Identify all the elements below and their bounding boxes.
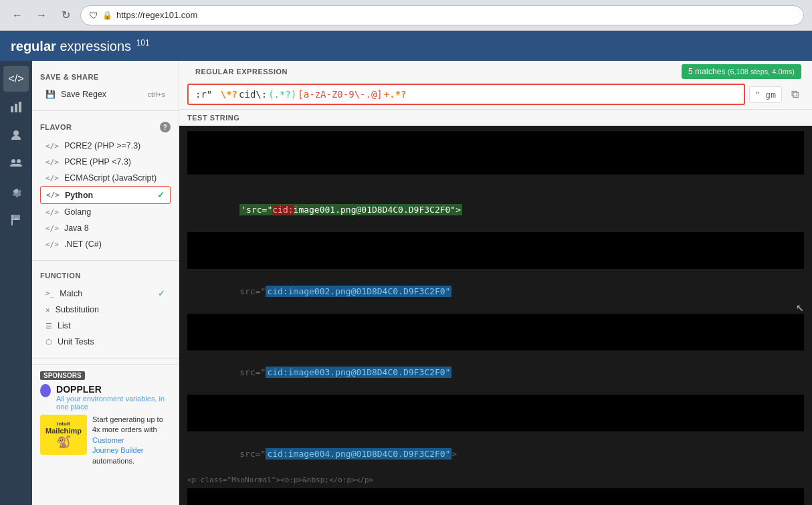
check-icon: ✓ xyxy=(157,190,165,200)
test-section: TEST STRING 'src="cid:image001.png@01D8D… xyxy=(179,110,812,505)
test-black-block-2 xyxy=(187,232,804,269)
substitution-icon: ✕ xyxy=(45,306,50,314)
test-line-1: 'src="cid:image001.png@01D8D4C0.D9F3C2F0… xyxy=(187,177,804,229)
test-black-block-5 xyxy=(187,488,804,505)
match-check-icon: ✓ xyxy=(158,288,165,298)
test-line-4: src="cid:image004.png@01D8D4C0.D9F3C2F0"… xyxy=(187,434,804,474)
test-line-2: src="cid:image002.png@01D8D4C0.D9F3C2F0" xyxy=(187,272,804,311)
match-highlight-1: 'src="cid:image001.png@01D8D4C0.D9F3C2F0… xyxy=(239,204,462,215)
flavor-help-icon[interactable]: ? xyxy=(160,122,171,132)
regex-part1: \*? xyxy=(221,89,237,100)
app-title: regular expressions 101 xyxy=(11,38,150,54)
code-nav-icon[interactable]: </> xyxy=(3,66,29,92)
shield-icon: 🛡 xyxy=(89,10,98,21)
flag-nav-icon[interactable] xyxy=(3,207,29,232)
main-layout: </> SAVE & SHARE 💾 Save Regex ctrl+ xyxy=(0,61,812,505)
code-tag-icon: </> xyxy=(45,142,59,150)
right-panel: REGULAR EXPRESSION 5 matches (6,108 step… xyxy=(179,61,812,505)
regex-section-title: REGULAR EXPRESSION xyxy=(187,64,296,80)
regex-part5: +.*? xyxy=(384,89,407,100)
doppler-sponsor[interactable]: DOPPLER All your environment variables, … xyxy=(40,384,171,411)
svg-rect-2 xyxy=(19,102,21,112)
save-share-title: SAVE & SHARE xyxy=(40,73,171,81)
save-icon: 💾 xyxy=(45,90,56,99)
flavor-section: FLAVOR ? </> PCRE2 (PHP >=7.3) </> PCRE … xyxy=(32,116,179,255)
function-substitution[interactable]: ✕ Substitution xyxy=(40,302,171,318)
left-panel: SAVE & SHARE 💾 Save Regex ctrl+s FLAVOR … xyxy=(32,61,179,505)
function-section: FUNCTION >_ Match ✓ ✕ Substitution ☰ Lis… xyxy=(32,266,179,352)
sponsors-section: SPONSORS DOPPLER All your environment va… xyxy=(32,364,179,472)
function-title: FUNCTION xyxy=(40,272,171,280)
function-unit-tests[interactable]: ⬡ Unit Tests xyxy=(40,334,171,350)
match-highlight-3: cid:image003.png@01D8D4C0.D9F3C2F0" xyxy=(266,367,451,378)
copy-regex-button[interactable]: ⧉ xyxy=(786,86,804,103)
save-regex-item[interactable]: 💾 Save Regex ctrl+s xyxy=(40,86,171,102)
cursor-overlay: ↖ xyxy=(796,296,804,316)
reload-button[interactable]: ↻ xyxy=(56,6,75,25)
match-highlight-4: cid:image004.png@01D8D4C0.D9F3C2F0" xyxy=(266,448,451,460)
code-tag-icon: </> xyxy=(45,224,59,233)
svg-point-4 xyxy=(11,159,15,163)
svg-point-3 xyxy=(13,130,19,136)
lock-icon: 🔒 xyxy=(102,11,112,20)
test-black-block-4 xyxy=(187,395,804,431)
doppler-icon xyxy=(40,384,51,397)
flavor-golang[interactable]: </> Golang xyxy=(40,204,171,220)
svg-rect-1 xyxy=(15,104,17,112)
test-section-title: TEST STRING xyxy=(179,110,812,126)
mailchimp-cta-journey: Journey Builder xyxy=(92,446,143,454)
mailchimp-sponsor[interactable]: intuit Mailchimp 🐒 Start generating up t… xyxy=(40,415,171,466)
svg-rect-0 xyxy=(11,106,13,112)
save-share-section: SAVE & SHARE 💾 Save Regex ctrl+s xyxy=(32,68,179,105)
regex-input-bar: :r" \*? cid\: (.*?) [a-zA-Z0-9\-.@] +.*?… xyxy=(179,80,812,109)
forward-button[interactable]: → xyxy=(32,6,51,25)
doppler-tagline: All your environment variables, in one p… xyxy=(56,395,171,411)
browser-chrome: ← → ↻ 🛡 🔒 https://regex101.com xyxy=(0,0,812,31)
user-nav-icon[interactable] xyxy=(3,122,29,148)
regex-part2: cid\: xyxy=(239,89,267,100)
flavor-pcre2[interactable]: </> PCRE2 (PHP >=7.3) xyxy=(40,138,171,154)
community-nav-icon[interactable] xyxy=(3,150,29,176)
regex-part4: [a-zA-Z0-9\-.@] xyxy=(298,89,382,100)
flavor-pcre[interactable]: </> PCRE (PHP <7.3) xyxy=(40,154,171,170)
flavor-java8[interactable]: </> Java 8 xyxy=(40,220,171,236)
chart-nav-icon[interactable] xyxy=(3,94,29,120)
matches-badge: 5 matches (6,108 steps, 4.0ms) xyxy=(682,64,801,79)
mailchimp-logo: intuit Mailchimp 🐒 xyxy=(40,415,87,455)
regex-expression-box[interactable]: :r" \*? cid\: (.*?) [a-zA-Z0-9\-.@] +.*? xyxy=(187,84,745,105)
code-tag-icon: </> xyxy=(45,158,59,167)
flavor-title: FLAVOR ? xyxy=(40,122,171,132)
back-button[interactable]: ← xyxy=(8,6,27,25)
regex-section: REGULAR EXPRESSION 5 matches (6,108 step… xyxy=(179,61,812,110)
app-header: regular expressions 101 xyxy=(0,31,812,61)
code-tag-icon: </> xyxy=(46,191,60,199)
match-icon: >_ xyxy=(45,289,54,298)
flavor-python[interactable]: </> Python ✓ xyxy=(40,186,171,204)
list-icon: ☰ xyxy=(45,322,52,330)
test-content-area[interactable]: 'src="cid:image001.png@01D8D4C0.D9F3C2F0… xyxy=(179,126,812,505)
flavor-dotnet[interactable]: </> .NET (C#) xyxy=(40,236,171,252)
address-bar[interactable]: 🛡 🔒 https://regex101.com xyxy=(80,5,804,25)
svg-point-5 xyxy=(17,159,21,163)
icon-sidebar: </> xyxy=(0,61,32,505)
settings-nav-icon[interactable] xyxy=(3,179,29,204)
mailchimp-cta-customer: Customer xyxy=(92,436,124,444)
regex-start-delim: :r" xyxy=(195,89,212,100)
code-tag-icon: </> xyxy=(45,208,59,217)
doppler-name: DOPPLER xyxy=(56,384,171,395)
unit-tests-icon: ⬡ xyxy=(45,338,52,346)
function-list[interactable]: ☰ List xyxy=(40,318,171,334)
function-match[interactable]: >_ Match ✓ xyxy=(40,285,171,302)
regex-part3: (.*?) xyxy=(268,89,296,100)
code-tag-icon: </> xyxy=(45,174,59,183)
truncated-line: <p class="MsoNormal"><o:p>&nbsp;</o:p></… xyxy=(187,475,804,486)
mailchimp-text: Start generating up to 4x more orders wi… xyxy=(92,415,171,466)
flavor-ecma[interactable]: </> ECMAScript (JavaScript) xyxy=(40,170,171,186)
regex-space xyxy=(213,89,219,100)
url-text: https://regex101.com xyxy=(116,10,197,20)
test-black-block-1 xyxy=(187,131,804,175)
code-tag-icon: </> xyxy=(45,240,59,249)
match-highlight-2: cid:image002.png@01D8D4C0.D9F3C2F0" xyxy=(266,286,451,297)
sponsors-label: SPONSORS xyxy=(40,370,171,384)
test-black-block-3 xyxy=(187,314,804,350)
